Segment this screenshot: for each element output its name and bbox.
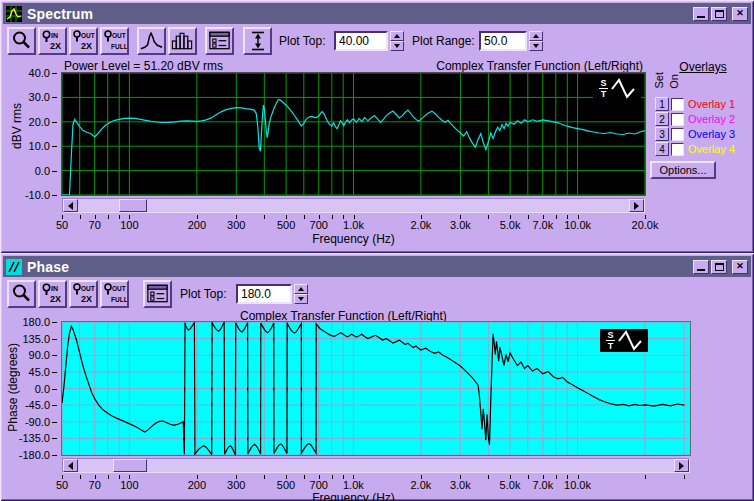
zoom-in-2x-button[interactable]: IN 2X: [38, 280, 67, 308]
display-options-button[interactable]: [143, 280, 172, 308]
overlays-on-label: On: [668, 74, 680, 89]
zoom-out-2x-button[interactable]: OUT 2X: [69, 280, 98, 308]
plot-top-spinner[interactable]: [390, 31, 404, 51]
spinner-down-icon[interactable]: [390, 41, 404, 51]
power-level-text: Power Level = 51.20 dBV rms: [64, 59, 223, 73]
zoom-out-full-icon: OUT FULL: [103, 29, 127, 53]
maximize-button[interactable]: [711, 7, 727, 21]
plot-top-label: Plot Top:: [180, 287, 226, 301]
display-options-button[interactable]: [205, 27, 234, 55]
spectrum-curve-icon: [139, 29, 164, 53]
magnifier-icon: [11, 283, 33, 305]
phase-plot[interactable]: ST: [62, 322, 690, 455]
phase-window: Phase IN 2X OUT 2X O: [0, 253, 754, 501]
bar-plot-button[interactable]: [168, 27, 197, 55]
zoom-in-2x-button[interactable]: IN 2X: [38, 27, 67, 55]
maximize-icon: [715, 263, 724, 271]
overlay-2-set-button[interactable]: 2: [655, 112, 669, 126]
scroll-left-button[interactable]: [63, 459, 78, 472]
close-button[interactable]: [732, 260, 748, 274]
spectrum-window-icon: [6, 6, 22, 22]
svg-text:FULL: FULL: [111, 43, 127, 50]
maximize-button[interactable]: [711, 260, 727, 274]
spectrum-x-axis-labels: 50701002003005007001.0k2.0k3.0k5.0k7.0k1…: [62, 219, 645, 231]
svg-text:2X: 2X: [81, 41, 92, 51]
zoom-in-2x-icon: IN 2X: [41, 29, 65, 53]
overlay-1-set-button[interactable]: 1: [655, 97, 669, 111]
st-logo-letters: ST: [606, 331, 615, 350]
overlay-2-checkbox[interactable]: [671, 113, 684, 126]
right-arrow-icon: [634, 202, 639, 210]
plot-top-input[interactable]: [334, 31, 388, 51]
overlay-3-set-button[interactable]: 3: [655, 127, 669, 141]
overlays-set-label: Set: [653, 72, 665, 89]
overlay-row-2: 2 Overlay 2: [655, 112, 735, 126]
phase-x-axis-title: Frequency (Hz): [62, 491, 645, 501]
right-arrow-icon: [679, 462, 684, 470]
zoom-out-full-button[interactable]: OUT FULL: [100, 280, 129, 308]
spectrum-h-scrollbar[interactable]: [62, 198, 645, 213]
minimize-icon: [697, 269, 705, 271]
overlay-row-1: 1 Overlay 1: [655, 97, 735, 111]
settings-dialog-icon: [145, 282, 170, 306]
plot-range-spinner[interactable]: [529, 31, 543, 51]
line-plot-button[interactable]: [137, 27, 166, 55]
scroll-thumb[interactable]: [119, 199, 147, 212]
spinner-down-icon[interactable]: [294, 294, 308, 304]
zoom-tool-button[interactable]: [7, 280, 36, 308]
zoom-tool-button[interactable]: [7, 27, 36, 55]
svg-text:2X: 2X: [50, 41, 61, 51]
overlay-options-button[interactable]: Options...: [650, 161, 716, 179]
plot-range-tool-button[interactable]: [243, 27, 272, 55]
scroll-left-button[interactable]: [63, 199, 78, 212]
svg-text:OUT: OUT: [112, 32, 126, 39]
plot-range-label: Plot Range:: [412, 34, 475, 48]
magnifier-icon: [11, 30, 33, 52]
phase-window-icon: [6, 259, 22, 275]
maximize-icon: [715, 10, 724, 18]
plot-top-input[interactable]: [236, 284, 292, 304]
overlay-4-set-button[interactable]: 4: [655, 142, 669, 156]
svg-text:2X: 2X: [50, 294, 61, 304]
close-button[interactable]: [732, 7, 748, 21]
overlays-heading: Overlays: [655, 60, 751, 74]
minimize-icon: [697, 16, 705, 18]
spectrum-function-title: Complex Transfer Function (Left/Right): [436, 59, 643, 73]
overlay-4-checkbox[interactable]: [671, 143, 684, 156]
st-logo-letters: ST: [599, 79, 608, 98]
scroll-right-button[interactable]: [629, 199, 644, 212]
overlay-3-checkbox[interactable]: [671, 128, 684, 141]
svg-text:FULL: FULL: [111, 296, 127, 303]
spinner-up-icon[interactable]: [390, 31, 404, 41]
st-logo: ST: [600, 329, 648, 352]
spectrum-y-axis-labels: 40.030.020.010.00.0-10.0: [0, 73, 58, 195]
overlay-row-4: 4 Overlay 4: [655, 142, 735, 156]
overlay-3-label: Overlay 3: [688, 128, 735, 140]
svg-text:2X: 2X: [81, 294, 92, 304]
zoom-out-2x-icon: OUT 2X: [72, 282, 96, 306]
scroll-right-button[interactable]: [674, 459, 689, 472]
svg-text:OUT: OUT: [112, 285, 126, 292]
spinner-down-icon[interactable]: [529, 41, 543, 51]
spectrum-titlebar[interactable]: Spectrum: [3, 3, 751, 24]
minimize-button[interactable]: [693, 260, 709, 274]
spinner-up-icon[interactable]: [529, 31, 543, 41]
svg-text:IN: IN: [51, 285, 58, 292]
spectrum-window: Spectrum IN 2X OUT 2X: [0, 0, 754, 253]
plot-range-input[interactable]: [479, 31, 527, 51]
minimize-button[interactable]: [693, 7, 709, 21]
svg-text:OUT: OUT: [81, 32, 95, 39]
plot-top-spinner[interactable]: [294, 284, 308, 304]
overlay-2-label: Overlay 2: [688, 113, 735, 125]
zoom-out-full-button[interactable]: OUT FULL: [100, 27, 129, 55]
settings-dialog-icon: [207, 29, 232, 53]
st-logo: ST: [593, 77, 641, 100]
phase-window-title: Phase: [27, 259, 69, 275]
overlay-1-checkbox[interactable]: [671, 98, 684, 111]
scroll-thumb[interactable]: [113, 459, 147, 472]
zoom-out-2x-button[interactable]: OUT 2X: [69, 27, 98, 55]
phase-h-scrollbar[interactable]: [62, 458, 690, 473]
spectrum-plot[interactable]: ST: [62, 73, 645, 195]
phase-titlebar[interactable]: Phase: [3, 256, 751, 277]
spinner-up-icon[interactable]: [294, 284, 308, 294]
